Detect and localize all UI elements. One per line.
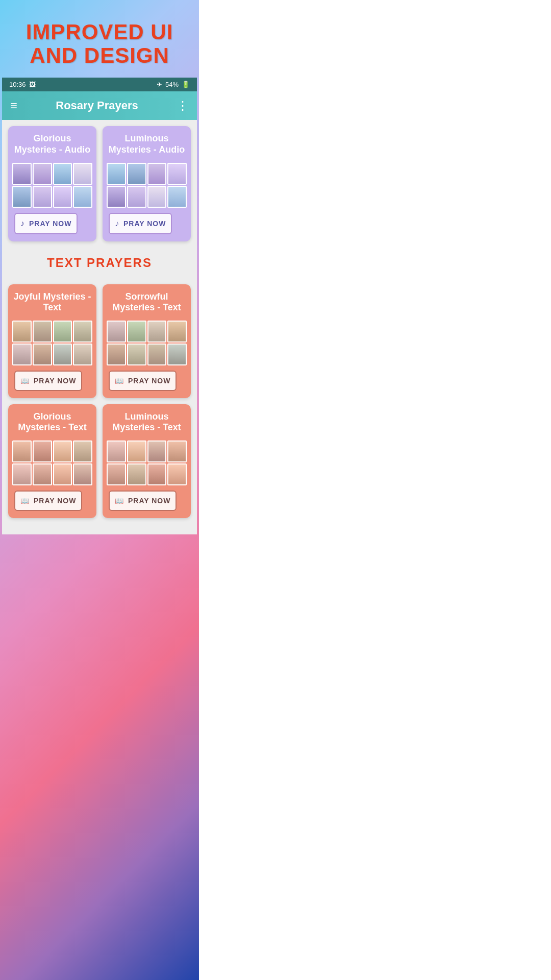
img-tile: [107, 344, 126, 365]
glorious-text-pray-button[interactable]: 📖 PRAY NOW: [14, 491, 82, 511]
img-tile: [73, 463, 92, 485]
pray-now-label: PRAY NOW: [29, 219, 71, 228]
joyful-text-pray-button[interactable]: 📖 PRAY NOW: [14, 371, 82, 391]
img-tile: [107, 321, 126, 342]
img-tile: [12, 463, 32, 485]
sorrowful-text-pray-button[interactable]: 📖 PRAY NOW: [109, 371, 177, 391]
glorious-text-card: Glorious Mysteries - Text 📖 PRAY NOW: [8, 404, 96, 518]
glorious-audio-images: [12, 163, 92, 208]
img-tile: [53, 321, 72, 342]
glorious-audio-card: Glorious Mysteries - Audio PRAY NOW: [8, 126, 96, 241]
app-bar: ≡ Rosary Prayers ⋮: [2, 91, 197, 120]
img-tile: [53, 463, 72, 485]
luminous-text-pray-button[interactable]: 📖 PRAY NOW: [109, 491, 177, 511]
joyful-text-card: Joyful Mysteries - Text 📖 PRAY NOW: [8, 284, 96, 398]
img-tile: [12, 440, 32, 462]
glorious-audio-title: Glorious Mysteries - Audio: [8, 126, 96, 160]
luminous-audio-pray-button[interactable]: PRAY NOW: [109, 213, 172, 234]
img-tile: [147, 463, 167, 485]
pray-now-label: PRAY NOW: [123, 219, 166, 228]
joyful-text-title: Joyful Mysteries - Text: [8, 284, 96, 318]
img-tile: [147, 344, 167, 365]
sorrowful-text-title: Sorrowful Mysteries - Text: [103, 284, 191, 318]
img-tile: [147, 321, 167, 342]
book-icon: 📖: [20, 497, 30, 505]
pray-now-label: PRAY NOW: [34, 497, 76, 505]
notification-icon: 🖼: [29, 81, 36, 88]
hero-section: IMPROVED UI AND DESIGN: [0, 0, 199, 78]
airplane-icon: ✈: [157, 81, 162, 88]
book-icon: 📖: [115, 497, 124, 505]
luminous-audio-card: Luminous Mysteries - Audio PRAY NOW: [103, 126, 191, 241]
img-tile: [53, 344, 72, 365]
img-tile: [73, 163, 92, 185]
img-tile: [73, 440, 92, 462]
luminous-text-card: Luminous Mysteries - Text 📖 PRAY NOW: [103, 404, 191, 518]
menu-button[interactable]: ≡: [10, 99, 17, 113]
music-icon: [20, 219, 25, 228]
audio-cards-grid: Glorious Mysteries - Audio PRAY NOW: [2, 120, 197, 247]
img-tile: [107, 463, 126, 485]
img-tile: [107, 163, 126, 185]
img-tile: [167, 440, 187, 462]
img-tile: [53, 186, 72, 208]
img-tile: [147, 186, 167, 208]
img-tile: [33, 321, 52, 342]
img-tile: [167, 163, 187, 185]
glorious-audio-pray-button[interactable]: PRAY NOW: [14, 213, 78, 234]
pray-now-label: PRAY NOW: [128, 377, 170, 385]
more-options-button[interactable]: ⋮: [177, 99, 189, 113]
luminous-text-title: Luminous Mysteries - Text: [103, 404, 191, 438]
img-tile: [167, 186, 187, 208]
img-tile: [147, 163, 167, 185]
book-icon: 📖: [20, 377, 30, 385]
status-bar: 10:36 🖼 ✈ 54% 🔋: [2, 78, 197, 91]
img-tile: [53, 440, 72, 462]
img-tile: [167, 463, 187, 485]
luminous-audio-images: [107, 163, 187, 208]
img-tile: [127, 440, 146, 462]
luminous-audio-title: Luminous Mysteries - Audio: [103, 126, 191, 160]
main-content: Glorious Mysteries - Audio PRAY NOW: [2, 120, 197, 534]
text-cards-grid: Joyful Mysteries - Text 📖 PRAY NOW: [2, 278, 197, 524]
time-display: 10:36: [9, 81, 26, 88]
img-tile: [127, 344, 146, 365]
pray-now-label: PRAY NOW: [128, 497, 170, 505]
battery-icon: 🔋: [182, 81, 190, 88]
sorrowful-text-card: Sorrowful Mysteries - Text 📖 PRAY NOW: [103, 284, 191, 398]
img-tile: [167, 344, 187, 365]
img-tile: [107, 186, 126, 208]
img-tile: [107, 440, 126, 462]
hero-title: IMPROVED UI AND DESIGN: [10, 20, 189, 67]
sorrowful-text-images: [107, 321, 187, 365]
img-tile: [73, 321, 92, 342]
img-tile: [33, 163, 52, 185]
img-tile: [127, 163, 146, 185]
img-tile: [33, 186, 52, 208]
img-tile: [12, 163, 32, 185]
img-tile: [53, 163, 72, 185]
battery-display: 54%: [165, 81, 179, 88]
glorious-text-title: Glorious Mysteries - Text: [8, 404, 96, 438]
img-tile: [12, 344, 32, 365]
app-title: Rosary Prayers: [56, 99, 138, 112]
img-tile: [127, 463, 146, 485]
img-tile: [167, 321, 187, 342]
img-tile: [12, 186, 32, 208]
img-tile: [33, 344, 52, 365]
img-tile: [127, 186, 146, 208]
img-tile: [73, 344, 92, 365]
img-tile: [12, 321, 32, 342]
text-prayers-label: TEXT PRAYERS: [2, 248, 197, 278]
glorious-text-images: [12, 440, 92, 485]
book-icon: 📖: [115, 377, 124, 385]
img-tile: [147, 440, 167, 462]
pray-now-label: PRAY NOW: [34, 377, 76, 385]
img-tile: [33, 463, 52, 485]
img-tile: [127, 321, 146, 342]
img-tile: [33, 440, 52, 462]
img-tile: [73, 186, 92, 208]
luminous-text-images: [107, 440, 187, 485]
music-icon: [115, 219, 119, 228]
joyful-text-images: [12, 321, 92, 365]
